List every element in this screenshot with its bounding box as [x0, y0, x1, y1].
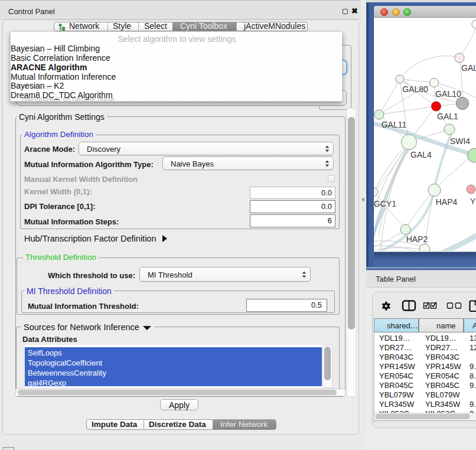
svg-text:HAP4: HAP4	[436, 197, 458, 207]
svg-text:GAL7: GAL7	[461, 63, 476, 73]
svg-text:GAL11: GAL11	[382, 120, 407, 129]
svg-text:GAL10: GAL10	[435, 89, 461, 99]
svg-text:SWI4: SWI4	[450, 136, 470, 146]
svg-text:Y: Y	[470, 197, 476, 206]
svg-text:GAL80: GAL80	[402, 84, 428, 94]
svg-text:GAL4: GAL4	[410, 150, 432, 159]
svg-text:HAP2: HAP2	[406, 234, 428, 244]
svg-text:GCY1: GCY1	[374, 199, 396, 208]
svg-text:GAL1: GAL1	[437, 112, 458, 121]
